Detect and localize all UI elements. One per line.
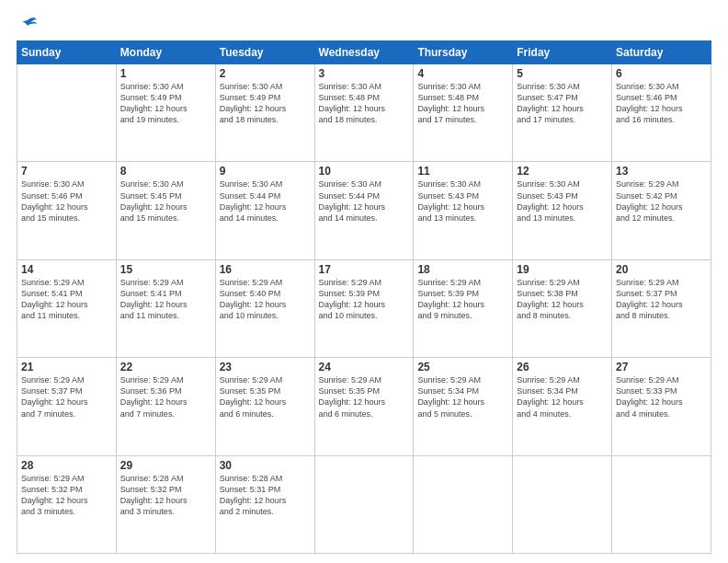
day-number: 11: [417, 165, 508, 178]
calendar-cell: 10Sunrise: 5:30 AMSunset: 5:44 PMDayligh…: [314, 162, 414, 259]
page: SundayMondayTuesdayWednesdayThursdayFrid…: [0, 0, 728, 563]
calendar-cell: 1Sunrise: 5:30 AMSunset: 5:49 PMDaylight…: [116, 64, 215, 162]
cell-info: Sunrise: 5:30 AMSunset: 5:46 PMDaylight:…: [616, 81, 707, 126]
day-header-saturday: Saturday: [612, 41, 711, 64]
cell-info: Sunrise: 5:29 AMSunset: 5:42 PMDaylight:…: [616, 178, 707, 224]
day-number: 25: [417, 361, 508, 373]
day-number: 1: [120, 67, 211, 80]
day-number: 10: [319, 165, 410, 178]
calendar-cell: [513, 455, 612, 553]
day-number: 27: [616, 361, 707, 373]
day-number: 14: [21, 263, 112, 276]
calendar-cell: 26Sunrise: 5:29 AMSunset: 5:34 PMDayligh…: [513, 358, 612, 455]
calendar-cell: 3Sunrise: 5:30 AMSunset: 5:48 PMDaylight…: [314, 64, 414, 162]
cell-info: Sunrise: 5:29 AMSunset: 5:39 PMDaylight:…: [319, 277, 410, 322]
cell-info: Sunrise: 5:30 AMSunset: 5:48 PMDaylight:…: [319, 81, 410, 126]
day-number: 17: [319, 263, 410, 276]
calendar-cell: 25Sunrise: 5:29 AMSunset: 5:34 PMDayligh…: [414, 358, 513, 455]
calendar-cell: 16Sunrise: 5:29 AMSunset: 5:40 PMDayligh…: [215, 259, 314, 357]
cell-info: Sunrise: 5:29 AMSunset: 5:37 PMDaylight:…: [21, 374, 112, 419]
cell-info: Sunrise: 5:28 AMSunset: 5:32 PMDaylight:…: [120, 473, 211, 518]
calendar-cell: 15Sunrise: 5:29 AMSunset: 5:41 PMDayligh…: [116, 259, 215, 357]
calendar-cell: 11Sunrise: 5:30 AMSunset: 5:43 PMDayligh…: [414, 162, 513, 259]
day-number: 8: [120, 165, 211, 178]
calendar-cell: 20Sunrise: 5:29 AMSunset: 5:37 PMDayligh…: [612, 259, 711, 357]
day-number: 23: [220, 361, 311, 373]
day-header-thursday: Thursday: [414, 41, 513, 64]
calendar-cell: 18Sunrise: 5:29 AMSunset: 5:39 PMDayligh…: [414, 259, 513, 357]
logo: [17, 17, 37, 31]
calendar-cell: 22Sunrise: 5:29 AMSunset: 5:36 PMDayligh…: [116, 358, 215, 455]
week-row-4: 21Sunrise: 5:29 AMSunset: 5:37 PMDayligh…: [17, 358, 711, 455]
day-header-sunday: Sunday: [17, 41, 117, 64]
calendar-cell: 14Sunrise: 5:29 AMSunset: 5:41 PMDayligh…: [17, 259, 117, 357]
day-number: 30: [220, 459, 311, 472]
day-number: 4: [417, 67, 508, 80]
calendar-cell: 23Sunrise: 5:29 AMSunset: 5:35 PMDayligh…: [215, 358, 314, 455]
cell-info: Sunrise: 5:29 AMSunset: 5:33 PMDaylight:…: [616, 374, 707, 419]
day-number: 18: [417, 263, 508, 276]
calendar-cell: 19Sunrise: 5:29 AMSunset: 5:38 PMDayligh…: [513, 259, 612, 357]
cell-info: Sunrise: 5:30 AMSunset: 5:48 PMDaylight:…: [417, 81, 508, 126]
cell-info: Sunrise: 5:29 AMSunset: 5:34 PMDaylight:…: [417, 374, 508, 419]
calendar-cell: 30Sunrise: 5:28 AMSunset: 5:31 PMDayligh…: [215, 455, 314, 553]
cell-info: Sunrise: 5:29 AMSunset: 5:37 PMDaylight:…: [616, 277, 707, 322]
day-number: 12: [517, 165, 608, 178]
day-number: 29: [120, 459, 211, 472]
cell-info: Sunrise: 5:29 AMSunset: 5:32 PMDaylight:…: [21, 473, 112, 518]
calendar: SundayMondayTuesdayWednesdayThursdayFrid…: [17, 40, 711, 554]
calendar-cell: 5Sunrise: 5:30 AMSunset: 5:47 PMDaylight…: [513, 64, 612, 162]
day-number: 15: [120, 263, 211, 276]
day-number: 21: [21, 361, 112, 373]
calendar-cell: 8Sunrise: 5:30 AMSunset: 5:45 PMDaylight…: [116, 162, 215, 259]
days-header-row: SundayMondayTuesdayWednesdayThursdayFrid…: [17, 41, 711, 64]
cell-info: Sunrise: 5:29 AMSunset: 5:36 PMDaylight:…: [120, 374, 211, 419]
week-row-5: 28Sunrise: 5:29 AMSunset: 5:32 PMDayligh…: [17, 455, 711, 553]
calendar-cell: [414, 455, 513, 553]
cell-info: Sunrise: 5:29 AMSunset: 5:41 PMDaylight:…: [120, 277, 211, 322]
calendar-cell: 29Sunrise: 5:28 AMSunset: 5:32 PMDayligh…: [116, 455, 215, 553]
calendar-cell: 27Sunrise: 5:29 AMSunset: 5:33 PMDayligh…: [612, 358, 711, 455]
day-number: 9: [220, 165, 311, 178]
calendar-cell: 2Sunrise: 5:30 AMSunset: 5:49 PMDaylight…: [215, 64, 314, 162]
calendar-cell: [612, 455, 711, 553]
calendar-cell: [314, 455, 414, 553]
day-number: 28: [21, 459, 112, 472]
calendar-cell: 6Sunrise: 5:30 AMSunset: 5:46 PMDaylight…: [612, 64, 711, 162]
header: [17, 17, 711, 31]
calendar-cell: 13Sunrise: 5:29 AMSunset: 5:42 PMDayligh…: [612, 162, 711, 259]
calendar-cell: 17Sunrise: 5:29 AMSunset: 5:39 PMDayligh…: [314, 259, 414, 357]
calendar-cell: 28Sunrise: 5:29 AMSunset: 5:32 PMDayligh…: [17, 455, 117, 553]
calendar-cell: 9Sunrise: 5:30 AMSunset: 5:44 PMDaylight…: [215, 162, 314, 259]
day-header-monday: Monday: [116, 41, 215, 64]
day-number: 22: [120, 361, 211, 373]
cell-info: Sunrise: 5:30 AMSunset: 5:43 PMDaylight:…: [517, 178, 608, 224]
week-row-1: 1Sunrise: 5:30 AMSunset: 5:49 PMDaylight…: [17, 64, 711, 162]
logo-bird-icon: [18, 17, 37, 31]
cell-info: Sunrise: 5:29 AMSunset: 5:34 PMDaylight:…: [517, 374, 608, 419]
day-number: 6: [616, 67, 707, 80]
calendar-cell: 7Sunrise: 5:30 AMSunset: 5:46 PMDaylight…: [17, 162, 117, 259]
day-number: 7: [21, 165, 112, 178]
cell-info: Sunrise: 5:30 AMSunset: 5:49 PMDaylight:…: [120, 81, 211, 126]
calendar-cell: 24Sunrise: 5:29 AMSunset: 5:35 PMDayligh…: [314, 358, 414, 455]
day-number: 19: [517, 263, 608, 276]
day-header-wednesday: Wednesday: [314, 41, 414, 64]
cell-info: Sunrise: 5:29 AMSunset: 5:41 PMDaylight:…: [21, 277, 112, 322]
day-number: 26: [517, 361, 608, 373]
cell-info: Sunrise: 5:30 AMSunset: 5:45 PMDaylight:…: [120, 178, 211, 224]
cell-info: Sunrise: 5:30 AMSunset: 5:47 PMDaylight:…: [517, 81, 608, 126]
calendar-cell: [17, 64, 117, 162]
day-number: 13: [616, 165, 707, 178]
calendar-cell: 4Sunrise: 5:30 AMSunset: 5:48 PMDaylight…: [414, 64, 513, 162]
cell-info: Sunrise: 5:29 AMSunset: 5:35 PMDaylight:…: [319, 374, 410, 419]
day-number: 24: [319, 361, 410, 373]
cell-info: Sunrise: 5:29 AMSunset: 5:38 PMDaylight:…: [517, 277, 608, 322]
week-row-2: 7Sunrise: 5:30 AMSunset: 5:46 PMDaylight…: [17, 162, 711, 259]
cell-info: Sunrise: 5:29 AMSunset: 5:35 PMDaylight:…: [220, 374, 311, 419]
day-number: 3: [319, 67, 410, 80]
cell-info: Sunrise: 5:30 AMSunset: 5:46 PMDaylight:…: [21, 178, 112, 224]
week-row-3: 14Sunrise: 5:29 AMSunset: 5:41 PMDayligh…: [17, 259, 711, 357]
day-number: 5: [517, 67, 608, 80]
cell-info: Sunrise: 5:29 AMSunset: 5:39 PMDaylight:…: [417, 277, 508, 322]
